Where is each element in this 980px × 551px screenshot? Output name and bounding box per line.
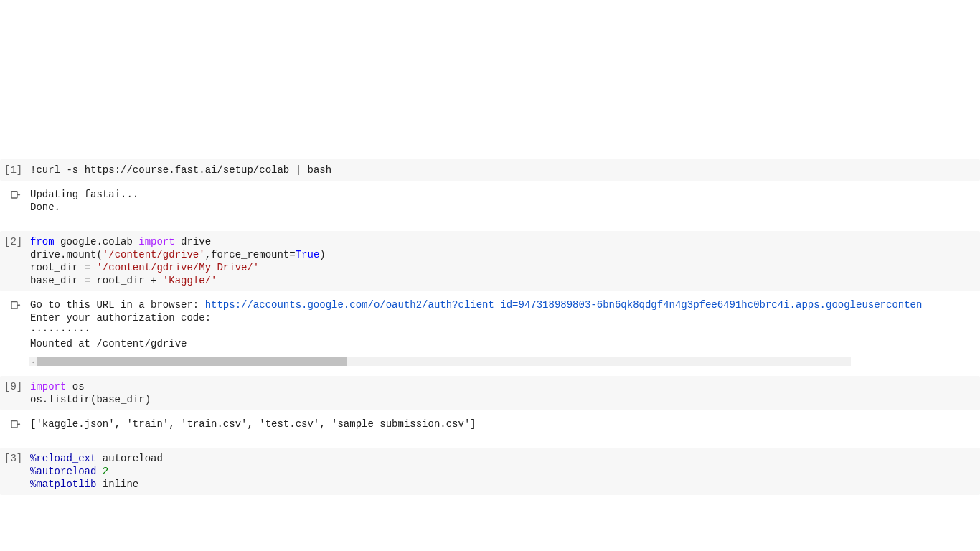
code-text: inline: [96, 479, 138, 490]
code-cell[interactable]: [9] import os os.listdir(base_dir): [0, 376, 980, 410]
cell-output: ['kaggle.json', 'train', 'train.csv', 't…: [0, 410, 980, 438]
code-text: base_dir = root_dir +: [30, 275, 163, 286]
string: '/content/gdrive': [103, 249, 205, 260]
code-text: ): [319, 249, 325, 260]
code-text: autoreload: [96, 453, 162, 464]
code-editor[interactable]: !curl -s https://course.fast.ai/setup/co…: [30, 164, 980, 176]
magic: %reload_ext: [30, 453, 96, 464]
output-indicator-icon: [1, 188, 30, 201]
scroll-left-arrow-icon[interactable]: ◂: [29, 357, 37, 366]
keyword: import: [138, 236, 174, 248]
code-text: drive: [175, 236, 211, 248]
keyword: True: [296, 249, 320, 260]
output-text: Go to this URL in a browser: https://acc…: [30, 298, 980, 350]
magic: %autoreload: [30, 466, 96, 477]
cell-output: Updating fastai... Done.: [0, 181, 980, 221]
output-horizontal-scrollbar[interactable]: ◂: [29, 357, 851, 366]
keyword: from: [30, 236, 55, 248]
svg-rect-2: [11, 421, 17, 428]
code-cell[interactable]: [2] from google.colab import drive drive…: [0, 231, 980, 291]
output-indicator-icon: [1, 418, 30, 430]
cell-output: Go to this URL in a browser: https://acc…: [0, 291, 980, 357]
string: 'Kaggle/': [163, 275, 217, 286]
code-cell[interactable]: [3] %reload_ext autoreload %autoreload 2…: [0, 448, 980, 495]
cell-prompt: [9]: [1, 380, 30, 393]
cell-prompt: [3]: [1, 452, 30, 465]
number: 2: [96, 466, 108, 477]
code-cell[interactable]: [1] !curl -s https://course.fast.ai/setu…: [0, 159, 980, 181]
notebook-cells-container: [1] !curl -s https://course.fast.ai/setu…: [0, 0, 980, 495]
cell-prompt: [2]: [1, 235, 30, 248]
code-text: !curl -s: [30, 164, 85, 176]
code-text: drive.mount(: [30, 249, 103, 260]
output-text: ['kaggle.json', 'train', 'train.csv', 't…: [30, 418, 980, 430]
output-indicator-icon: [1, 298, 30, 311]
code-text: google.colab: [55, 236, 139, 248]
magic: %matplotlib: [30, 479, 96, 490]
svg-rect-1: [11, 302, 17, 309]
cell-prompt: [1]: [1, 164, 30, 176]
code-editor[interactable]: %reload_ext autoreload %autoreload 2 %ma…: [30, 452, 980, 491]
code-text: root_dir =: [30, 262, 96, 273]
code-editor[interactable]: from google.colab import drive drive.mou…: [30, 235, 980, 287]
output-line: Go to this URL in a browser:: [30, 299, 205, 311]
output-text: Updating fastai... Done.: [30, 188, 980, 214]
code-editor[interactable]: import os os.listdir(base_dir): [30, 380, 980, 406]
string: '/content/gdrive/My Drive/': [96, 262, 259, 273]
code-text: os.listdir(base_dir): [30, 394, 151, 405]
oauth-url-link[interactable]: https://accounts.google.com/o/oauth2/aut…: [205, 299, 923, 311]
code-text: ,force_remount=: [205, 249, 296, 260]
svg-rect-0: [11, 192, 17, 198]
scrollbar-track[interactable]: [37, 357, 851, 366]
code-text: os: [66, 381, 84, 392]
output-line: Enter your authorization code: ·········…: [30, 312, 211, 349]
keyword: import: [30, 381, 66, 392]
code-text: | bash: [289, 164, 331, 176]
scrollbar-thumb[interactable]: [37, 357, 347, 366]
code-url-link[interactable]: https://course.fast.ai/setup/colab: [85, 164, 290, 176]
